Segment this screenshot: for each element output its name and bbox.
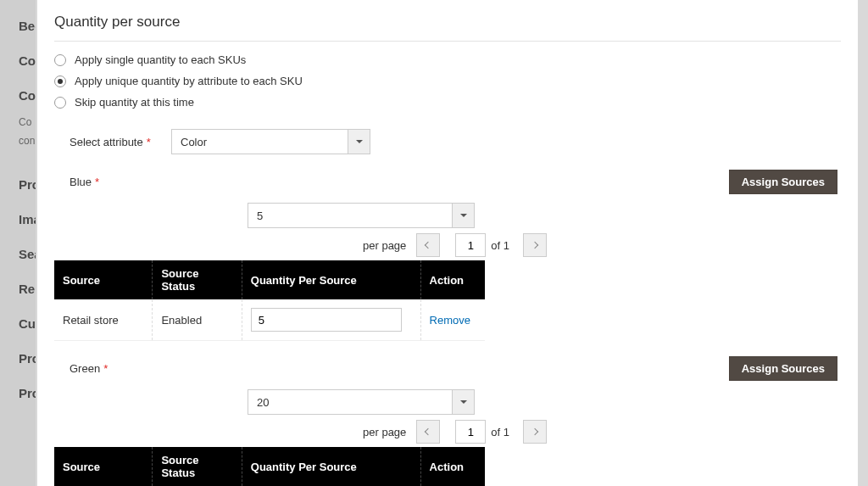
remove-link[interactable]: Remove [430,314,470,327]
chevron-down-icon [452,204,474,227]
th-status: Source Status [153,447,242,486]
th-qty: Quantity Per Source [242,447,420,486]
radio-skip[interactable]: Skip quantity at this time [54,96,841,109]
per-page-dropdown[interactable]: 5 [248,203,475,228]
value-section-green: Green* Assign Sources 20 per page of 1 S… [70,356,841,486]
chevron-right-icon [531,242,538,249]
th-action: Action [420,260,485,299]
page-total-label: of 1 [491,239,509,252]
page-number-input[interactable] [455,420,486,444]
prev-page-button[interactable] [416,233,440,257]
select-attribute-dropdown[interactable]: Color [171,129,370,154]
radio-label: Apply unique quantity by attribute to ea… [75,75,303,87]
assign-sources-button[interactable]: Assign Sources [729,356,837,381]
radio-apply-single[interactable]: Apply single quantity to each SKUs [54,53,841,66]
value-label-blue: Blue* [70,176,729,188]
per-page-value: 20 [257,396,269,409]
radio-label: Skip quantity at this time [75,96,194,109]
chevron-down-icon [452,390,474,414]
chevron-left-icon [425,428,431,435]
cell-status: Enabled [153,299,242,341]
qty-input[interactable] [251,308,402,332]
radio-label: Apply single quantity to each SKUs [75,53,246,66]
radio-icon-selected [54,75,66,87]
chevron-down-icon [348,130,370,154]
modal-title: Quantity per source [54,14,841,42]
th-source: Source [54,447,153,486]
value-label-green: Green* [70,362,729,375]
cell-source: Retail store [54,299,153,341]
sources-table-blue: Source Source Status Quantity Per Source… [54,260,485,341]
page-number-input[interactable] [455,233,486,257]
th-status: Source Status [153,260,242,299]
next-page-button[interactable] [523,420,547,444]
per-page-dropdown[interactable]: 20 [248,389,475,415]
radio-icon [54,97,66,109]
per-page-value: 5 [257,209,263,222]
next-page-button[interactable] [523,233,547,257]
per-page-label: per page [363,239,406,252]
th-source: Source [54,260,153,299]
value-section-blue: Blue* Assign Sources 5 per page of 1 Sou… [70,170,841,341]
per-page-label: per page [363,426,406,439]
prev-page-button[interactable] [416,420,440,444]
assign-sources-button[interactable]: Assign Sources [729,170,837,194]
select-attribute-label: Select attribute* [70,136,171,148]
th-qty: Quantity Per Source [242,260,420,299]
page-total-label: of 1 [491,426,509,439]
quantity-per-source-modal: Quantity per source Apply single quantit… [37,0,858,486]
select-attribute-value: Color [181,136,207,148]
th-action: Action [420,447,485,486]
sources-table-green: Source Source Status Quantity Per Source… [54,447,485,486]
radio-apply-unique[interactable]: Apply unique quantity by attribute to ea… [54,75,841,87]
chevron-right-icon [531,428,538,435]
radio-icon [54,54,66,66]
table-row: Retail store Enabled Remove [54,299,485,341]
chevron-left-icon [425,242,431,249]
